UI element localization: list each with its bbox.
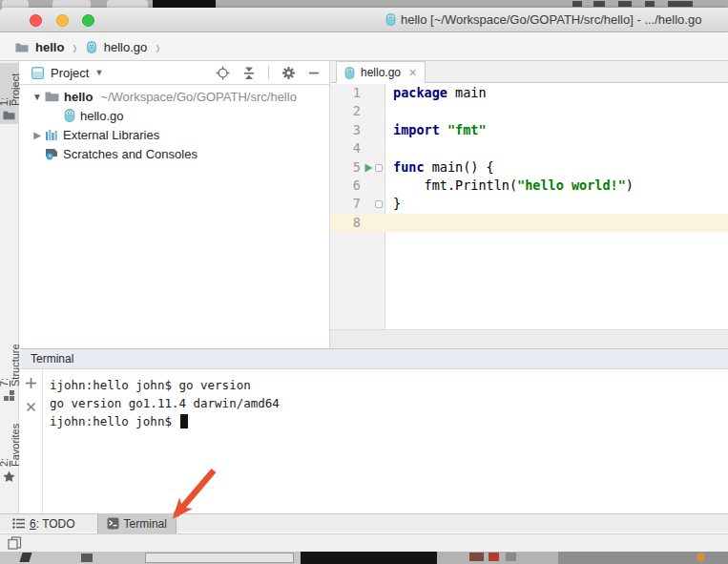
breadcrumb: hello › hello.go › [0,33,728,61]
background-chip [469,553,484,561]
background-chip [489,553,499,561]
terminal-line: ijohn:hello john$ [50,412,280,430]
background-window-top [0,0,728,8]
code-token: import [393,122,440,137]
background-glyph-fragment [645,1,655,7]
background-window-bottom [0,552,728,564]
toolbar-separator [268,66,269,79]
background-box-fragment [145,553,294,563]
editor-tab-hello-go[interactable]: hello.go ✕ [336,61,426,83]
code-line-4[interactable]: 4 [330,139,728,157]
fold-marker-icon[interactable] [375,200,383,208]
line-number: 8 [330,214,361,232]
hide-panel-icon[interactable] [308,66,320,80]
title-bar: hello [~/Workspace/Go/GOPATH/src/hello] … [0,8,728,32]
scratches-icon [45,148,58,160]
stripe-label-structure: 7: Structure [0,338,21,386]
background-trash-fragment [81,554,93,562]
minimize-window-button[interactable] [56,14,69,27]
breadcrumb-item-hello-go[interactable]: hello.go [86,40,148,54]
folder-icon [4,110,16,120]
terminal-output[interactable]: ijohn:hello john$ go versiongo version g… [50,376,280,430]
code-line-2[interactable]: 2 [330,102,728,120]
line-number: 4 [330,139,361,157]
new-session-icon[interactable] [25,377,37,389]
code-line-5[interactable]: 5func main() { [330,158,728,177]
background-glyph-fragment [572,1,582,7]
code-token: package [393,85,447,100]
collapse-all-icon[interactable] [242,66,256,80]
project-panel: Project ▼ ▼hello~/Workspace/Go/GOPATH/sr… [20,61,329,348]
terminal-cursor [180,414,188,428]
terminal-header[interactable]: Terminal [20,348,728,369]
terminal-body[interactable]: ijohn:hello john$ go versiongo version g… [20,369,728,521]
chevron-right-icon: › [73,36,76,58]
terminal-line: ijohn:hello john$ go version [50,376,280,394]
tree-expander-open-icon[interactable]: ▼ [30,92,45,102]
tree-expander-closed-icon[interactable]: ▶ [30,130,45,140]
run-icon[interactable] [364,163,373,173]
line-number: 6 [330,177,361,195]
tree-label: External Libraries [63,128,159,142]
ide-window: hello [~/Workspace/Go/GOPATH/src/hello] … [0,8,728,552]
stripe-button-project[interactable]: 1: Project [0,63,19,124]
background-chip [506,553,516,561]
stripe-label-favorites: 2: Favorites [0,420,21,467]
locate-file-icon[interactable] [216,66,230,80]
tree-row-hello-go[interactable]: hello.go [20,106,329,125]
tree-row-scratches-and-consoles[interactable]: Scratches and Consoles [20,144,329,163]
close-session-icon[interactable] [26,402,36,412]
line-number: 2 [330,102,361,120]
background-tab-fragment [52,0,91,8]
line-number: 7 [330,195,361,213]
fold-marker-icon[interactable] [375,164,383,172]
code-token: "hello world!" [517,178,626,193]
terminal-title: Terminal [31,352,73,366]
close-window-button[interactable] [30,14,42,27]
todo-button-label: 6: TODO [30,517,75,531]
window-doc-icon [385,13,396,26]
tree-row-external-libraries[interactable]: ▶External Libraries [20,125,329,144]
folder-icon [45,91,59,102]
editor-tab-label: hello.go [361,66,401,79]
background-glyph-fragment [668,1,693,7]
background-tab-fragment [107,0,148,8]
code-line-6[interactable]: 6 fmt.Println("hello world!") [330,177,728,195]
stripe-label-project: 1: Project [0,63,21,106]
project-view-icon [31,67,44,79]
go-file-icon [344,67,355,79]
gear-icon[interactable] [281,66,296,80]
status-bar [0,533,728,552]
terminal-panel: Terminal ijohn:hello john$ go versiongo … [20,348,728,521]
zoom-window-button[interactable] [82,14,94,27]
editor-preview-icon[interactable] [8,536,22,550]
editor: hello.go ✕ 1package main23import "fmt"45… [329,61,728,348]
code-token: "fmt" [447,122,487,137]
code-line-7[interactable]: 7} [330,195,728,213]
terminal-toolbar [20,369,43,521]
stripe-button-favorites[interactable]: 2: Favorites [0,420,19,487]
terminal-toolwindow-button[interactable]: Terminal [97,514,177,533]
code-line-3[interactable]: 3import "fmt" [330,121,728,139]
code-token: fmt.Println( [393,178,517,193]
chevron-down-icon[interactable]: ▼ [94,68,103,77]
tree-label: hello.go [80,109,124,123]
star-icon [4,470,16,483]
code-line-1[interactable]: 1package main [330,84,728,102]
code-token: ) [626,178,634,193]
stripe-button-structure[interactable]: 7: Structure [0,338,19,405]
todo-toolwindow-button[interactable]: 6: TODO [4,514,84,533]
editor-bottom-strip [330,329,728,348]
line-number: 1 [330,84,361,102]
background-black-box [301,552,437,564]
terminal-button-label: Terminal [124,517,167,531]
tree-path: ~/Workspace/Go/GOPATH/src/hello [100,90,297,104]
code-area[interactable]: 1package main23import "fmt"45func main()… [330,84,728,329]
code-line-8[interactable]: 8 [330,214,728,232]
background-black-box [153,0,216,8]
external-libraries-icon [45,129,58,141]
tree-row-hello[interactable]: ▼hello~/Workspace/Go/GOPATH/src/hello [20,87,329,106]
breadcrumb-item-hello[interactable]: hello [15,40,64,54]
close-tab-icon[interactable]: ✕ [408,67,417,79]
folder-icon [15,42,29,52]
